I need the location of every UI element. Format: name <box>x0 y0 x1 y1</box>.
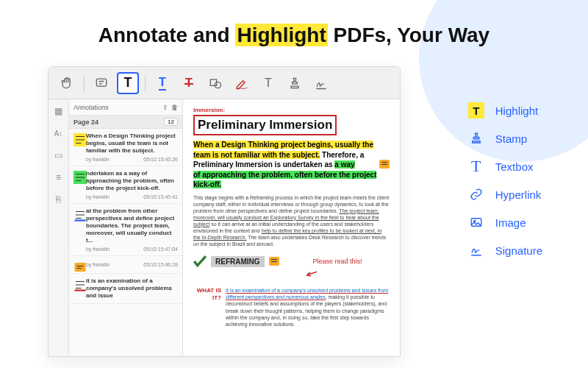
svg-rect-0 <box>96 79 106 86</box>
annotation-item[interactable]: by franklin05/10 15:46:28 <box>69 256 182 274</box>
page-header[interactable]: Page 24 12 <box>69 116 182 129</box>
attach-icon[interactable]: ⎘ <box>53 194 65 205</box>
draw-tool[interactable] <box>231 72 253 94</box>
bookmarks-icon[interactable]: ▭ <box>53 149 65 161</box>
annotations-panel: Annotations ⇪ 🗑 Page 24 12 When a Design… <box>69 99 183 356</box>
svg-point-2 <box>215 82 220 88</box>
what-body: It is an examination of a company's unso… <box>226 287 390 328</box>
reframe-heading: REFRAMING <box>211 256 265 267</box>
annotation-item[interactable]: at the problem from other perspectives a… <box>69 204 182 256</box>
shape-tool[interactable] <box>204 72 226 94</box>
highlight-icon <box>74 171 82 180</box>
textbox-tool[interactable]: T <box>257 72 279 94</box>
feature-signature: Signature <box>467 241 542 259</box>
share-icon[interactable]: ⇪ <box>162 104 168 111</box>
trash-icon[interactable]: 🗑 <box>171 104 178 111</box>
doc-intro: When a Design Thinking project begins, u… <box>193 140 390 190</box>
note-marker-icon[interactable] <box>379 160 390 169</box>
annotation-item[interactable]: When a Design Thinking project begins, u… <box>69 129 182 166</box>
note-marker-icon[interactable] <box>269 257 279 266</box>
feature-list: T Highlight Stamp T Textbox Hyperlink Im… <box>467 102 542 259</box>
feature-image: Image <box>467 213 542 231</box>
svg-rect-5 <box>75 263 86 272</box>
annotation-item[interactable]: It is an examination of a company's unso… <box>69 274 182 304</box>
underline-tool[interactable]: T <box>151 72 173 94</box>
feature-hyperlink: Hyperlink <box>467 185 542 203</box>
feature-highlight: T Highlight <box>467 102 542 119</box>
left-iconbar: ▦ A↕ ▭ ≡ ⎘ <box>49 99 69 356</box>
thumbnails-icon[interactable]: ▦ <box>53 105 65 117</box>
note-tool[interactable] <box>90 72 112 94</box>
link-icon <box>467 185 485 203</box>
signature-icon <box>467 241 485 259</box>
annotation-item[interactable]: ndertaken as a way of approaching the pr… <box>69 166 182 204</box>
note-icon <box>74 261 82 269</box>
feature-textbox: T Textbox <box>467 158 542 175</box>
what-label: WHAT IS IT? <box>193 287 221 328</box>
outline-icon[interactable]: A↕ <box>53 127 65 139</box>
strikeout-tool[interactable]: T <box>178 72 200 94</box>
stamp-tool[interactable] <box>284 72 306 94</box>
textbox-icon: T <box>467 158 485 175</box>
signature-tool[interactable] <box>310 72 332 94</box>
list-icon[interactable]: ≡ <box>53 171 65 183</box>
document-view: Immersion: Preliminary Immersion When a … <box>183 99 400 356</box>
app-window: T T T T ▦ A↕ ▭ ≡ ⎘ Annotations ⇪ 🗑 Page … <box>48 66 401 357</box>
doc-title: Preliminary Immersion <box>193 115 337 135</box>
arrow-icon <box>304 268 317 281</box>
hand-tool[interactable] <box>56 72 78 94</box>
underline-icon <box>74 208 82 217</box>
toolbar: T T T T <box>49 67 400 99</box>
text-select-tool[interactable]: T <box>117 72 139 94</box>
underline-icon <box>74 278 82 287</box>
highlight-icon: T <box>468 102 484 118</box>
doc-label: Immersion: <box>193 107 390 113</box>
highlight-icon <box>74 133 82 142</box>
doc-body: This stage begins with a Reframing proce… <box>193 194 390 248</box>
image-icon <box>467 213 485 231</box>
stamp-icon <box>467 130 485 147</box>
annotations-title: Annotations <box>74 104 159 111</box>
please-read-text: Please read this! <box>313 258 362 265</box>
headline: Annotate and Highlight PDFs, Your Way <box>0 24 588 47</box>
checkmark-icon <box>193 255 207 268</box>
feature-stamp: Stamp <box>467 130 542 147</box>
